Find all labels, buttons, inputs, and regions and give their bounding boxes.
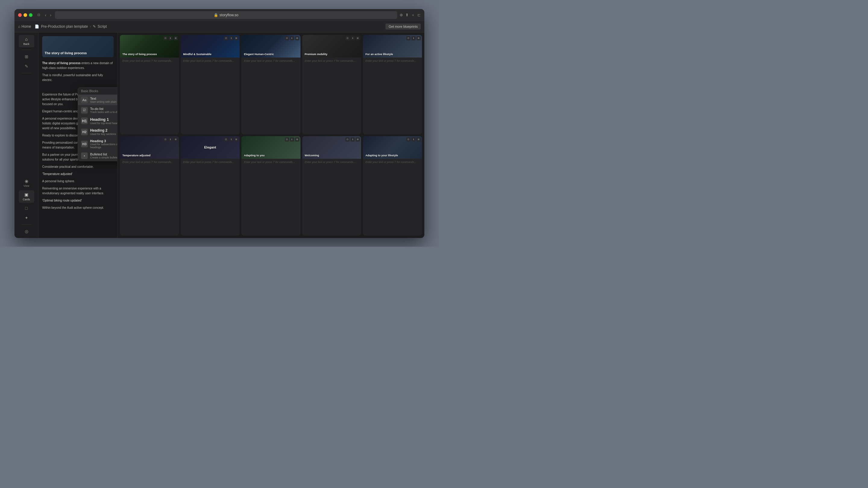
bullet-item-name: Bulleted list: [90, 153, 118, 156]
text-menu-item-text[interactable]: Aa Text Start writing with plain text: [78, 95, 118, 105]
close-button[interactable]: [18, 13, 22, 17]
card-premium-title: Premium mobility: [305, 53, 328, 56]
text-menu-item-h3[interactable]: H3 Heading 3 Used for subsections and gr…: [78, 137, 118, 151]
card-active-body: Enter your text or press '/' for command…: [363, 58, 422, 134]
card-mindful-copy[interactable]: ⊞: [234, 36, 239, 40]
card-welcoming-image: Welcoming ⊡ ℹ ⊞: [302, 136, 361, 159]
card-elegant-info[interactable]: ℹ: [290, 36, 294, 40]
forward-button[interactable]: ›: [49, 12, 53, 18]
card-story-input[interactable]: Enter your text or press '/' for command…: [122, 59, 177, 62]
sidebar-item-view[interactable]: ◉ View: [19, 177, 34, 189]
back-button[interactable]: ‹: [44, 12, 48, 18]
sidebar-toggle[interactable]: ⊡: [37, 13, 40, 17]
h1-item-name: Heading 1: [90, 117, 118, 122]
share-icon[interactable]: ⬆: [405, 13, 409, 17]
card-welcoming-bookmark[interactable]: ⊡: [345, 137, 350, 141]
card-welcoming-info[interactable]: ℹ: [350, 137, 355, 141]
text-menu-item-todo[interactable]: ☑ To-do list Track tasks with a to-do li…: [78, 105, 118, 116]
card-lifestyle-info[interactable]: ℹ: [411, 137, 415, 141]
card-adapting: Adapting to you ⊡ ℹ ⊞ Enter your text or…: [241, 136, 301, 235]
card-temperature-copy[interactable]: ⊞: [174, 137, 178, 141]
card-lifestyle-actions: ⊡ ℹ ⊞: [406, 137, 421, 141]
left-panel: The story of living process The story of…: [38, 33, 118, 238]
sidebar-item-rect[interactable]: □: [19, 204, 34, 213]
card-elegant2-image: Elegant ⊡ ℹ ⊞: [181, 136, 240, 159]
text-item-icon: Aa: [81, 97, 88, 103]
card-lifestyle-bookmark[interactable]: ⊡: [406, 137, 410, 141]
url-text[interactable]: storyflow.so: [219, 13, 239, 17]
address-bar[interactable]: 🔒 storyflow.so: [55, 11, 397, 19]
card-mindful-bookmark[interactable]: ⊡: [224, 36, 228, 40]
sidebar-icon[interactable]: ⊏: [417, 13, 421, 17]
card-active-input[interactable]: Enter your text or press '/' for command…: [365, 59, 420, 62]
card-elegant-copy[interactable]: ⊞: [295, 36, 299, 40]
card-elegant: Elegant Human-Centric ⊡ ℹ ⊞ Enter your t…: [241, 35, 301, 134]
main-layout: ⌂ Back ⊞ ✎ ◉ View ▣ Cards □ ✦: [14, 33, 424, 238]
card-mindful-input[interactable]: Enter your text or press '/' for command…: [183, 59, 238, 62]
card-active-copy[interactable]: ⊞: [416, 36, 421, 40]
card-story-bookmark[interactable]: ⊡: [163, 36, 167, 40]
card-premium-bookmark[interactable]: ⊡: [345, 36, 350, 40]
home-button[interactable]: ⌂ Home: [18, 24, 31, 29]
para-quote-2: 'Optimal biking route updated': [42, 198, 114, 203]
text-menu-item-h2[interactable]: H2 Heading 2 Used for key sections: [78, 127, 118, 137]
card-lifestyle-image: Adapting to your lifestyle ⊡ ℹ ⊞: [363, 136, 422, 159]
card-elegant2-info[interactable]: ℹ: [229, 137, 233, 141]
card-story-copy[interactable]: ⊞: [174, 36, 178, 40]
sidebar-item-magic[interactable]: ✦: [19, 214, 34, 222]
card-active-info[interactable]: ℹ: [411, 36, 415, 40]
breadcrumb-item-2[interactable]: Script: [98, 24, 107, 29]
sidebar-item-cards[interactable]: ▣ Cards: [19, 190, 34, 203]
card-adapting-info[interactable]: ℹ: [290, 137, 294, 141]
minimize-button[interactable]: [24, 13, 27, 17]
card-story-info[interactable]: ℹ: [168, 36, 173, 40]
newtab-icon[interactable]: ＋: [411, 12, 415, 18]
card-temperature-input[interactable]: Enter your text or press '/' for command…: [122, 161, 177, 164]
home-label[interactable]: Home: [22, 24, 31, 29]
card-active-actions: ⊡ ℹ ⊞: [406, 36, 421, 40]
bullet-item-info: Bulleted list Create a simple bulleted l…: [90, 153, 118, 159]
card-adapting-bookmark[interactable]: ⊡: [285, 137, 289, 141]
card-elegant-input[interactable]: Enter your text or press '/' for command…: [244, 59, 298, 62]
card-adapting-copy[interactable]: ⊞: [295, 137, 299, 141]
rect-icon: □: [25, 206, 27, 210]
para-quote-1: 'Temperature adjusted': [42, 172, 114, 176]
card-mindful-info[interactable]: ℹ: [229, 36, 233, 40]
sidebar-item-grid[interactable]: ⊞: [19, 53, 34, 61]
h1-item-desc: Used for top-level heading: [90, 122, 118, 125]
text-menu-item-h1[interactable]: H1 Heading 1 Used for top-level heading: [78, 116, 118, 127]
card-elegant2: Elegant ⊡ ℹ ⊞ Enter your text or press '…: [181, 136, 240, 235]
sidebar-item-settings[interactable]: ◎: [19, 227, 34, 235]
card-adapting-input[interactable]: Enter your text or press '/' for command…: [244, 161, 298, 164]
card-story-title: The story of living process: [122, 53, 157, 56]
card-active-bookmark[interactable]: ⊡: [406, 36, 410, 40]
card-temperature-bookmark[interactable]: ⊡: [163, 137, 167, 141]
titlebar: ⊡ ‹ › 🔒 storyflow.so ⊕ ⬆ ＋ ⊏: [14, 9, 424, 21]
toolbar-right: Get more blueprints: [385, 24, 421, 30]
card-elegant2-bookmark[interactable]: ⊡: [224, 137, 228, 141]
card-lifestyle-copy[interactable]: ⊞: [416, 137, 421, 141]
h3-item-info: Heading 3 Used for subsections and group…: [90, 139, 118, 149]
card-lifestyle-input[interactable]: Enter your text or press '/' for command…: [365, 161, 420, 164]
card-temperature-info[interactable]: ℹ: [168, 137, 173, 141]
sidebar-item-edit[interactable]: ✎: [19, 62, 34, 70]
card-welcoming-copy[interactable]: ⊞: [355, 137, 360, 141]
text-menu-item-bullet[interactable]: • Bulleted list Create a simple bulleted…: [78, 151, 118, 161]
breadcrumb-item-1[interactable]: Pre-Production plan template: [41, 24, 88, 29]
blueprints-button[interactable]: Get more blueprints: [385, 24, 421, 30]
sidebar-divider-3: [22, 224, 31, 225]
card-premium-info[interactable]: ℹ: [350, 36, 355, 40]
para-1: The story of living process enters a new…: [42, 61, 114, 70]
card-premium-copy[interactable]: ⊞: [355, 36, 360, 40]
bookmark-icon[interactable]: ⊕: [400, 13, 403, 17]
card-elegant2-copy[interactable]: ⊞: [234, 137, 239, 141]
card-premium-input[interactable]: Enter your text or press '/' for command…: [305, 59, 359, 62]
maximize-button[interactable]: [29, 13, 33, 17]
template-icon: 📄: [35, 24, 39, 29]
home-icon: ⌂: [18, 24, 20, 29]
card-elegant2-input[interactable]: Enter your text or press '/' for command…: [183, 161, 238, 164]
card-elegant2-body: Enter your text or press '/' for command…: [181, 159, 240, 235]
sidebar-item-back[interactable]: ⌂ Back: [19, 35, 34, 47]
card-elegant-bookmark[interactable]: ⊡: [285, 36, 289, 40]
card-welcoming-input[interactable]: Enter your text or press '/' for command…: [305, 161, 359, 164]
